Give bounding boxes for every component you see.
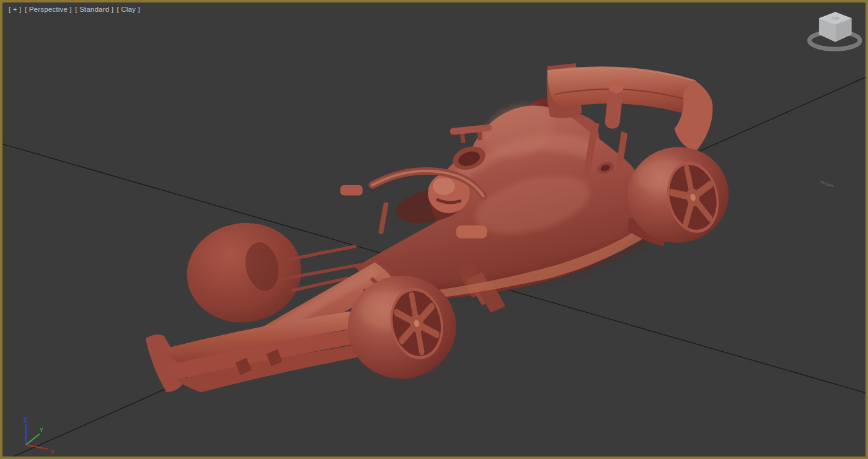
axis-y [26, 434, 40, 445]
viewport-pov-menu[interactable]: [ Perspective ] [25, 6, 72, 13]
axis-y-label: Y [40, 427, 43, 433]
world-axis-gizmo: Z Y X [24, 417, 55, 455]
axis-x [26, 445, 48, 449]
mirror-near [456, 225, 487, 238]
viewport-general-menu[interactable]: [ + ] [9, 6, 22, 13]
viewport-shading-menu[interactable]: [ Clay ] [117, 6, 140, 13]
f1-car-model[interactable] [146, 63, 735, 392]
viewcube-top-label: TOP [831, 17, 839, 20]
axis-z-label: Z [24, 417, 27, 423]
viewcube[interactable]: TOP FRONT RIGHT [810, 2, 861, 189]
viewport-label-bar: [ + ] [ Perspective ] [ Standard ] [ Cla… [9, 6, 141, 13]
viewport-style-menu[interactable]: [ Standard ] [75, 6, 113, 13]
viewport-canvas[interactable]: TOP FRONT RIGHT Z Y X [2, 2, 866, 457]
3d-viewport[interactable]: [ + ] [ Perspective ] [ Standard ] [ Cla… [0, 0, 868, 459]
axis-x-label: X [51, 448, 55, 455]
mirror-far [340, 185, 363, 196]
viewcube-front-label: FRONT [821, 179, 834, 188]
